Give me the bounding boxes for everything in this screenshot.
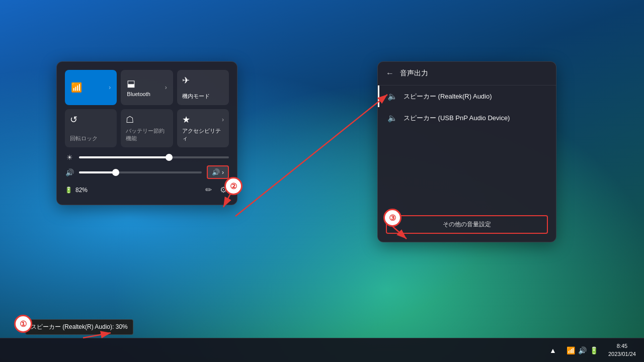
sound-panel-spacer [378,129,556,209]
volume-tooltip: スピーカー (Realtek(R) Audio): 30% [25,319,133,335]
sound-device-realtek[interactable]: 🔈 スピーカー (Realtek(R) Audio) [378,85,556,107]
bluetooth-arrow-icon[interactable]: › [165,84,167,91]
airplane-tile-top: ✈ [182,75,224,86]
wifi-icon: 📶 [71,82,82,93]
accessibility-tile[interactable]: ★ › アクセシビリティ [177,109,229,147]
quick-settings-panel: 📶 › ⬓ Bluetooth › ✈ 機内モード ↺ 回転ロック [56,61,237,205]
rotation-tile[interactable]: ↺ 回転ロック [65,109,117,147]
bluetooth-tile-inner: ⬓ Bluetooth [127,78,165,97]
accessibility-label: アクセシビリティ [182,127,224,142]
taskbar-volume-icon[interactable]: 🔊 [578,346,587,354]
quick-settings-footer: 🔋 82% ✏ ⚙ [65,183,229,197]
volume-expand-arrow: › [222,169,224,176]
bluetooth-icon: ⬓ [127,78,165,89]
battery-saver-icon: ☖ [126,114,134,125]
sound-device-usb[interactable]: 🔈 スピーカー (USB PnP Audio Device) [378,107,556,129]
volume-expand-button[interactable]: 🔊 › [207,165,229,179]
taskbar-date-display: 2023/01/24 [608,350,636,358]
other-volume-settings-button[interactable]: その他の音量設定 [386,215,548,234]
volume-icon: 🔊 [65,168,74,176]
rotation-tile-top: ↺ [70,114,112,125]
volume-expand-icon: 🔊 [212,168,220,176]
volume-fill [79,171,116,173]
taskbar: ▲ 📶 🔊 🔋 8:45 2023/01/24 [0,338,644,362]
speaker-icon-usb: 🔈 [387,113,397,123]
taskbar-clock[interactable]: 8:45 2023/01/24 [604,341,640,359]
taskbar-system-icons[interactable]: ▲ [545,344,560,356]
sound-panel-title: 音声出力 [400,69,428,78]
brightness-slider-row: ☀ [65,153,229,161]
sound-device-realtek-label: スピーカー (Realtek(R) Audio) [404,92,492,101]
brightness-track[interactable] [79,156,229,158]
airplane-label: 機内モード [182,93,224,100]
rotation-icon: ↺ [70,114,77,125]
sound-back-button[interactable]: ← [386,69,394,78]
taskbar-hidden-icon[interactable]: ▲ [549,346,556,354]
brightness-icon: ☀ [65,153,74,161]
taskbar-right-area: ▲ 📶 🔊 🔋 8:45 2023/01/24 [545,341,640,359]
wifi-tile[interactable]: 📶 › [65,70,117,105]
taskbar-time-display: 8:45 [608,342,636,350]
sound-output-panel: ← 音声出力 🔈 スピーカー (Realtek(R) Audio) 🔈 スピーカ… [377,61,556,242]
step-1-circle: ① [14,315,32,333]
quick-settings-grid: 📶 › ⬓ Bluetooth › ✈ 機内モード ↺ 回転ロック [65,70,229,147]
taskbar-wifi-icon[interactable]: 📶 [567,346,575,354]
battery-icon-footer: 🔋 [65,187,72,194]
sound-panel-header: ← 音声出力 [378,62,556,85]
airplane-tile[interactable]: ✈ 機内モード [177,70,229,105]
volume-thumb[interactable] [112,169,119,176]
accessibility-tile-top: ★ › [182,114,224,125]
bluetooth-tile[interactable]: ⬓ Bluetooth › [121,70,173,105]
battery-info: 🔋 82% [65,187,88,194]
step-3-circle: ③ [383,209,401,227]
brightness-fill [79,156,169,158]
rotation-label: 回転ロック [70,135,112,142]
wifi-arrow-icon[interactable]: › [109,84,111,91]
accessibility-icon: ★ [182,114,190,125]
taskbar-battery-icon[interactable]: 🔋 [590,346,598,354]
bluetooth-label: Bluetooth [127,91,165,97]
battery-percent: 82% [75,187,88,194]
accessibility-arrow-icon[interactable]: › [222,116,224,123]
volume-track[interactable] [79,171,202,173]
airplane-icon: ✈ [182,75,190,86]
volume-slider-row: 🔊 🔊 › [65,165,229,179]
edit-button[interactable]: ✏ [203,183,214,197]
battery-saver-tile[interactable]: ☖ バッテリー節約機能 [121,109,173,147]
sound-device-usb-label: スピーカー (USB PnP Audio Device) [404,114,510,123]
battery-saver-top: ☖ [126,114,168,125]
taskbar-notification-area[interactable]: 📶 🔊 🔋 [562,344,602,356]
speaker-icon-realtek: 🔈 [387,92,397,101]
battery-saver-label: バッテリー節約機能 [126,127,168,142]
brightness-thumb[interactable] [166,154,173,161]
step-2-circle: ② [224,177,243,195]
